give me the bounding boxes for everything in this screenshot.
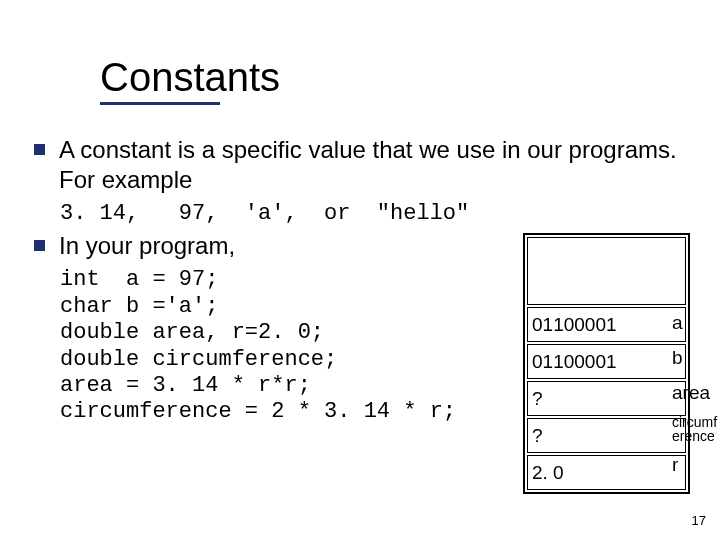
- memory-cell: 01100001: [527, 307, 686, 342]
- var-label: a: [672, 305, 720, 340]
- memory-cell: ?: [527, 418, 686, 453]
- table-row: 01100001: [527, 307, 686, 342]
- title-underline: [100, 102, 220, 105]
- memory-cell: ?: [527, 381, 686, 416]
- bullet-item: A constant is a specific value that we u…: [34, 135, 690, 195]
- table-row: [527, 237, 686, 305]
- table-row: ?: [527, 381, 686, 416]
- slide: Constants A constant is a specific value…: [0, 0, 720, 540]
- square-bullet-icon: [34, 144, 45, 155]
- memory-cell: 01100001: [527, 344, 686, 379]
- var-label: area: [672, 375, 720, 410]
- table-row: 2. 0: [527, 455, 686, 490]
- bullet-text: In your program,: [59, 231, 235, 261]
- memory-cell: [527, 237, 686, 305]
- slide-title: Constants: [100, 55, 690, 100]
- code-example: 3. 14, 97, 'a', or "hello": [60, 201, 690, 227]
- bullet-text: A constant is a specific value that we u…: [59, 135, 690, 195]
- var-label: b: [672, 340, 720, 375]
- square-bullet-icon: [34, 240, 45, 251]
- var-label: circumf erence: [672, 410, 720, 447]
- memory-cell: 2. 0: [527, 455, 686, 490]
- table-row: ?: [527, 418, 686, 453]
- page-number: 17: [692, 513, 706, 528]
- variable-labels: a b area circumf erence r: [672, 305, 720, 482]
- memory-table: 01100001 01100001 ? ? 2. 0: [523, 233, 690, 494]
- table-row: 01100001: [527, 344, 686, 379]
- title-block: Constants: [100, 55, 690, 105]
- var-label: r: [672, 447, 720, 482]
